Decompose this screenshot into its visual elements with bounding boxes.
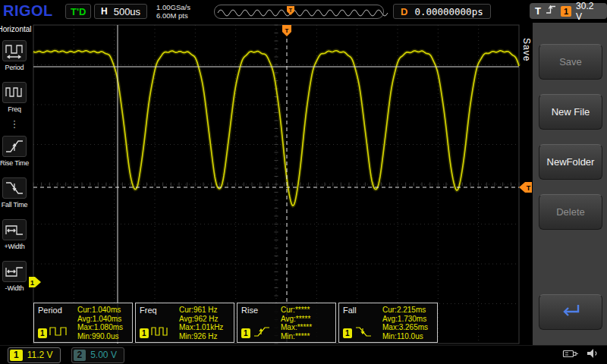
speaker-icon (587, 348, 599, 362)
measurement-avg: Avg:962 Hz (179, 315, 231, 324)
measurement-avg: Avg:***** (281, 315, 332, 324)
left-menu-item-label: Rise Time (0, 159, 29, 167)
measurement-panel-fall: Fall 1 Cur:2.215ms Avg:1.730ms Max:3.265… (338, 303, 438, 343)
softkey-return[interactable] (539, 294, 602, 330)
measurement-name: Freq (140, 306, 179, 315)
minus-width-icon (2, 261, 27, 282)
left-menu-item-label: +Width (4, 243, 24, 250)
measurement-avg: Avg:1.040ms (77, 315, 129, 324)
left-menu-item-label: Fall Time (2, 201, 28, 209)
trigger-settings-box[interactable]: T 1 30.2 V (530, 3, 607, 19)
svg-text:T: T (285, 27, 289, 34)
timebase-value: 500us (114, 6, 140, 17)
measurement-min: Min:110.0us (382, 332, 434, 341)
freq-measure-icon (151, 325, 169, 340)
measurement-cur: Cur:2.215ms (382, 306, 434, 315)
plus-width-icon (2, 219, 27, 240)
channel-badge: 1 (343, 328, 352, 338)
measurement-min: Min:***** (281, 332, 332, 341)
left-menu-item-period[interactable]: Period (2, 40, 27, 71)
menu-more-dots-icon: ⋮ (10, 121, 20, 128)
svg-text:1: 1 (30, 279, 34, 287)
trigger-source-badge: 1 (561, 6, 571, 17)
channel2-number: 2 (74, 350, 86, 361)
left-menu-item-freq[interactable]: Freq (2, 82, 27, 113)
oscilloscope-screen: RIGOL T'D H 500us 1.00GSa/s 6.00M pts T … (0, 0, 607, 364)
waveform-display[interactable]: TT1 (29, 23, 533, 345)
trigger-level-value: 30.2 V (576, 1, 602, 22)
return-arrow-icon (558, 302, 583, 322)
fall-measure-icon (354, 325, 373, 340)
left-menu-item-label: Freq (8, 105, 21, 113)
softkey-new-folder[interactable]: NewFolder (539, 144, 602, 180)
graticule (33, 25, 519, 344)
fall-time-icon (2, 177, 27, 199)
softkey-menu: Save New File NewFolder Delete (533, 23, 607, 345)
measurement-name: Rise (241, 306, 281, 315)
measurement-panel-freq: Freq 1 Cur:961 Hz Avg:962 Hz Max:1.01kHz… (135, 303, 234, 343)
delay-value: 0.00000000ps (414, 6, 483, 17)
memory-depth: 6.00M pts (156, 11, 190, 20)
timebase-box[interactable]: H 500us (94, 4, 147, 19)
left-menu-item-fall-time[interactable]: Fall Time (2, 177, 28, 209)
left-menu-item-rise-time[interactable]: Rise Time (0, 136, 29, 167)
measurement-min: Min:926 Hz (179, 332, 231, 341)
svg-text:T: T (527, 184, 531, 192)
measurement-name: Fall (343, 306, 382, 315)
rise-time-icon (2, 136, 27, 157)
sample-rate: 1.00GSa/s (156, 3, 190, 11)
trigger-status-badge: T'D (65, 4, 91, 19)
acquisition-info: 1.00GSa/s 6.00M pts (156, 3, 190, 20)
measurement-max: Max:***** (281, 323, 332, 332)
usb-icon (562, 348, 579, 362)
measurement-max: Max:1.080ms (77, 323, 129, 332)
graticule-canvas: TT1 (29, 23, 533, 345)
measurement-cur: Cur:1.040ms (77, 306, 129, 315)
channel1-scale: 11.2 V (27, 350, 53, 360)
delay-label: D (401, 6, 407, 17)
status-bar: RIGOL T'D H 500us 1.00GSa/s 6.00M pts T … (0, 0, 607, 23)
channel1-box[interactable]: 1 11.2 V (8, 347, 61, 363)
left-menu-item-minus-width[interactable]: -Width (2, 261, 27, 292)
left-menu-title: Horizontal (0, 25, 32, 33)
left-menu-item-label: Period (5, 64, 24, 71)
channel-badge: 1 (38, 328, 47, 338)
channel-badge: 1 (140, 328, 149, 338)
horizontal-measure-menu: Horizontal Period Freq ⋮ (0, 23, 29, 345)
channel-status-bar: 1 11.2 V 2 5.00 V (0, 345, 607, 364)
measurement-cur: Cur:961 Hz (179, 306, 231, 315)
rise-measure-icon (253, 325, 271, 340)
measurement-cur: Cur:***** (281, 306, 332, 315)
channel2-box[interactable]: 2 5.00 V (71, 347, 124, 363)
softkey-save[interactable]: Save (539, 44, 602, 80)
brand-logo: RIGOL (3, 2, 53, 20)
channel2-scale: 5.00 V (90, 350, 117, 360)
measurement-max: Max:1.01kHz (179, 323, 231, 332)
measurement-max: Max:3.265ms (382, 323, 434, 332)
memory-waveform-pattern (218, 10, 388, 16)
trigger-label: T (535, 5, 541, 17)
softkey-new-file[interactable]: New File (539, 94, 602, 130)
horizontal-label: H (101, 6, 108, 17)
period-measure-icon (49, 325, 68, 340)
channel1-number: 1 (10, 350, 23, 361)
freq-icon (2, 82, 27, 103)
left-menu-item-label: -Width (5, 284, 24, 292)
left-menu-item-plus-width[interactable]: +Width (2, 219, 27, 250)
channel-badge: 1 (241, 328, 250, 338)
delay-box[interactable]: D 0.00000000ps (393, 4, 491, 19)
softkey-delete[interactable]: Delete (539, 194, 602, 230)
period-icon (2, 40, 27, 61)
rising-edge-icon (546, 4, 556, 18)
menu-tab-save: Save (521, 38, 532, 61)
measurement-min: Min:990.0us (77, 332, 129, 341)
svg-text:T: T (289, 8, 293, 13)
measurement-avg: Avg:1.730ms (382, 315, 434, 324)
measurement-panel-period: Period 1 Cur:1.040ms Avg:1.040ms Max:1.0… (33, 303, 133, 343)
measurement-name: Period (38, 306, 77, 315)
memory-position-indicator: T (215, 5, 383, 18)
horizontal-position-bar[interactable]: T (214, 5, 384, 19)
measurement-panel-rise: Rise 1 Cur:***** Avg:***** Max:***** Min… (237, 303, 336, 343)
